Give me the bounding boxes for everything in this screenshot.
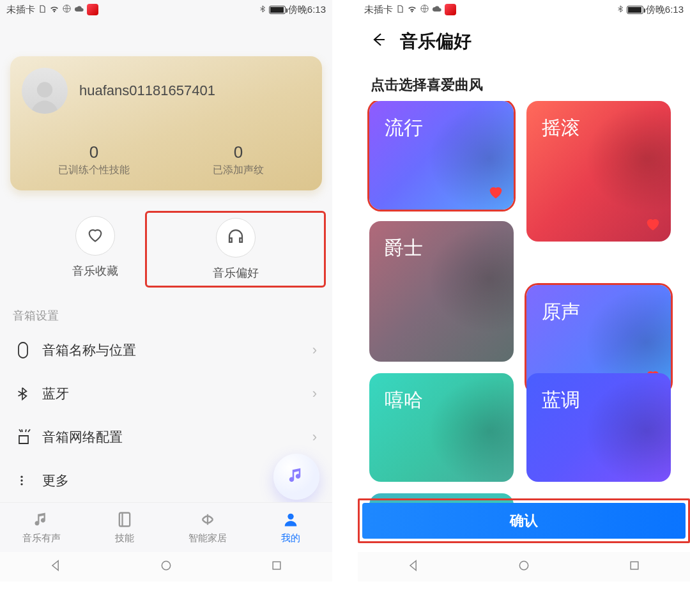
genre-tile-jazz[interactable]: 爵士: [369, 221, 514, 362]
heart-filled-icon: [644, 215, 662, 233]
settings-label: 音箱网络配置: [42, 428, 123, 446]
genre-tile-hiphop[interactable]: 嘻哈: [369, 373, 514, 482]
back-button[interactable]: [371, 32, 386, 52]
stat-trained-skills[interactable]: 0 已训练个性技能: [22, 129, 166, 190]
settings-label: 更多: [42, 472, 69, 489]
genre-decoration: [418, 221, 514, 343]
round-action-label: 音乐偏好: [213, 265, 259, 281]
more-vertical-icon: [15, 473, 42, 488]
svg-rect-6: [119, 513, 130, 527]
globe-icon: [62, 4, 72, 15]
android-nav-bar: [0, 552, 332, 581]
sim-status-text: 未插卡: [364, 4, 393, 16]
confirm-button[interactable]: 确认: [362, 503, 686, 539]
profile-card[interactable]: huafans01181657401 0 已训练个性技能 0 已添加声纹: [10, 56, 322, 190]
stat-label: 已训练个性技能: [22, 164, 166, 177]
wifi-icon: [49, 4, 59, 16]
status-time-text: 傍晚6:13: [646, 4, 684, 16]
subtitle-text: 点击选择喜爱曲风: [358, 64, 690, 101]
nav-home-icon[interactable]: [160, 559, 172, 575]
right-phone-music-preference-screen: 未插卡 傍晚6:13 音乐偏好 点击选择喜爱曲风 流行: [358, 0, 690, 581]
settings-item-name-location[interactable]: 音箱名称与位置 ›: [0, 328, 332, 372]
nav-back-icon[interactable]: [407, 559, 420, 575]
left-phone-profile-screen: 未插卡 傍晚6:13: [0, 0, 332, 581]
header-bar: 音乐偏好: [358, 19, 690, 64]
sim-status-text: 未插卡: [6, 4, 35, 16]
tab-skills[interactable]: 技能: [83, 503, 166, 552]
huawei-badge-icon: [445, 4, 456, 15]
heart-icon: [86, 226, 104, 246]
genre-tile-blues[interactable]: 蓝调: [526, 373, 671, 482]
status-time-text: 傍晚6:13: [288, 4, 326, 16]
music-icon: [33, 511, 50, 530]
svg-rect-9: [273, 562, 280, 569]
svg-point-8: [162, 561, 170, 569]
bluetooth-status-icon: [259, 4, 266, 16]
music-note-icon: [287, 466, 306, 488]
floating-music-button[interactable]: [273, 454, 319, 500]
bluetooth-status-icon: [617, 4, 624, 16]
avatar[interactable]: [22, 68, 68, 114]
stat-label: 已添加声纹: [166, 164, 310, 177]
nav-recent-icon[interactable]: [270, 559, 283, 575]
book-icon: [116, 511, 134, 530]
genre-tile-popular[interactable]: 流行: [369, 101, 514, 210]
bluetooth-icon: [15, 385, 42, 403]
settings-label: 蓝牙: [42, 385, 69, 403]
tab-smart-home[interactable]: 智能家居: [166, 503, 249, 552]
svg-point-5: [20, 483, 22, 485]
tab-label: 我的: [281, 532, 300, 544]
sim-icon: [38, 4, 47, 15]
genre-label: 爵士: [385, 237, 423, 258]
svg-point-7: [288, 514, 293, 520]
chevron-right-icon: ›: [312, 429, 317, 445]
genre-grid: 流行 摇滚 爵士 原声 嘻哈 蓝调: [358, 101, 690, 504]
nav-recent-icon[interactable]: [628, 559, 641, 575]
music-favorites-button[interactable]: 音乐收藏: [26, 216, 164, 282]
status-bar: 未插卡 傍晚6:13: [0, 0, 332, 19]
genre-label: 流行: [385, 117, 423, 138]
tab-music[interactable]: 音乐有声: [0, 503, 83, 552]
genre-decoration: [575, 373, 671, 482]
svg-point-4: [20, 479, 22, 481]
settings-label: 音箱名称与位置: [42, 341, 136, 359]
nav-back-icon[interactable]: [49, 559, 62, 575]
tab-label: 智能家居: [188, 532, 227, 544]
settings-item-network[interactable]: 音箱网络配置 ›: [0, 415, 332, 459]
globe-icon: [420, 4, 429, 15]
svg-point-1: [37, 82, 52, 97]
music-preference-button[interactable]: 音乐偏好: [145, 211, 326, 288]
genre-decoration: [418, 373, 514, 482]
smart-home-icon: [199, 511, 217, 530]
svg-rect-2: [19, 343, 27, 358]
settings-section-title: 音箱设置: [13, 308, 332, 323]
tab-mine[interactable]: 我的: [249, 503, 332, 552]
genre-label: 蓝调: [542, 389, 580, 410]
stat-voiceprints[interactable]: 0 已添加声纹: [166, 129, 310, 190]
confirm-button-highlight-frame: 确认: [358, 498, 690, 543]
genre-label: 摇滚: [542, 117, 580, 138]
genre-tile-rock[interactable]: 摇滚: [526, 101, 671, 242]
settings-item-bluetooth[interactable]: 蓝牙 ›: [0, 372, 332, 415]
genre-decoration: [575, 101, 671, 222]
bottom-tab-bar: 音乐有声 技能 智能家居 我的: [0, 502, 332, 552]
svg-rect-12: [631, 562, 638, 569]
page-title: 音乐偏好: [400, 29, 471, 54]
cloud-icon: [74, 4, 84, 16]
username-text: huafans01181657401: [79, 82, 215, 99]
chevron-right-icon: ›: [312, 385, 317, 402]
headphones-icon: [226, 227, 245, 249]
battery-icon: [269, 6, 286, 14]
tab-label: 音乐有声: [22, 532, 61, 544]
chevron-right-icon: ›: [312, 342, 317, 358]
battery-icon: [627, 6, 643, 14]
cloud-icon: [432, 4, 442, 16]
android-nav-bar: [358, 552, 690, 581]
tab-label: 技能: [115, 532, 134, 544]
svg-point-3: [20, 476, 22, 478]
speaker-icon: [15, 341, 42, 360]
heart-filled-icon: [487, 183, 505, 201]
nav-home-icon[interactable]: [518, 559, 530, 575]
huawei-badge-icon: [87, 4, 98, 15]
status-bar: 未插卡 傍晚6:13: [358, 0, 690, 19]
